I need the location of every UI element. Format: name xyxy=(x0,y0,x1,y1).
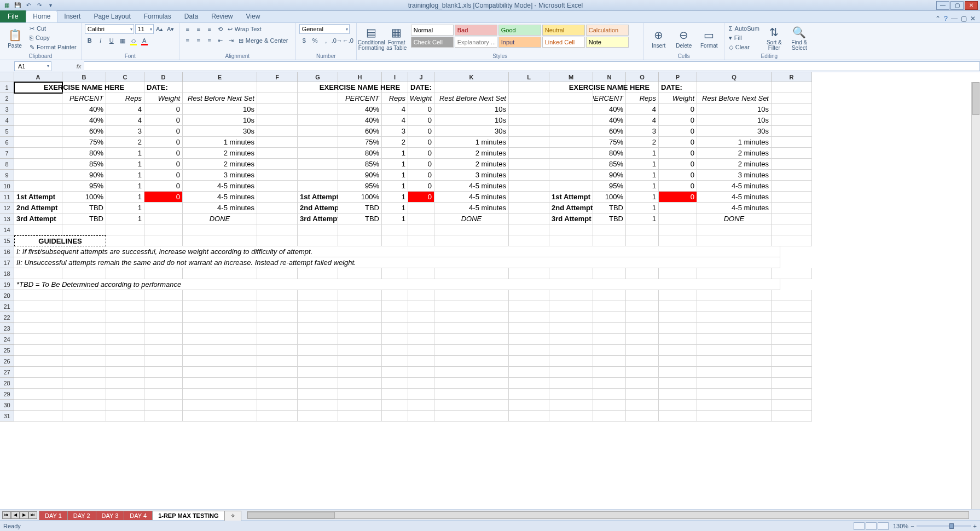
fill-color-button[interactable]: ◇ xyxy=(129,36,138,45)
cell[interactable] xyxy=(626,301,659,312)
column-headers[interactable]: ABCDEFGHIJKLMNOPQR xyxy=(14,72,812,82)
cell[interactable] xyxy=(772,93,812,104)
cell[interactable] xyxy=(144,389,183,400)
cell[interactable]: 0 xyxy=(408,159,434,170)
cell[interactable] xyxy=(772,312,812,323)
cell[interactable]: EXERCISE NAME HERE xyxy=(593,82,626,93)
cell[interactable]: 1 xyxy=(382,203,408,213)
cell[interactable] xyxy=(549,301,593,312)
font-name-combo[interactable]: Calibri xyxy=(85,24,134,34)
cell[interactable] xyxy=(549,389,593,400)
vscroll-thumb[interactable] xyxy=(972,82,979,115)
cell[interactable] xyxy=(659,235,697,246)
select-all-corner[interactable] xyxy=(0,72,14,82)
cell[interactable] xyxy=(659,389,697,400)
cell[interactable] xyxy=(659,411,697,422)
cell[interactable] xyxy=(298,411,338,422)
cell[interactable] xyxy=(509,192,549,203)
cell[interactable]: 0 xyxy=(659,115,697,126)
cell[interactable] xyxy=(382,235,408,246)
tab-formulas[interactable]: Formulas xyxy=(137,10,178,22)
cell[interactable] xyxy=(183,411,257,422)
cell[interactable] xyxy=(338,268,382,279)
cell[interactable] xyxy=(257,137,298,148)
cell[interactable]: DATE: xyxy=(659,82,697,93)
cell[interactable]: 4 xyxy=(106,115,144,126)
tab-file[interactable]: File xyxy=(0,10,26,22)
cell[interactable]: 4 xyxy=(382,104,408,115)
cell[interactable]: 0 xyxy=(408,181,434,192)
cell[interactable] xyxy=(549,290,593,301)
cell[interactable] xyxy=(144,400,183,411)
cell[interactable]: 10s xyxy=(697,104,772,115)
cell[interactable] xyxy=(549,411,593,422)
row-header[interactable]: 22 xyxy=(0,312,14,323)
cell[interactable]: 1st Attempt xyxy=(549,192,593,203)
row-header[interactable]: 3 xyxy=(0,104,14,115)
cell[interactable] xyxy=(509,356,549,367)
cell[interactable] xyxy=(626,367,659,378)
cell[interactable]: 75% xyxy=(593,137,626,148)
cell[interactable] xyxy=(144,378,183,389)
cell[interactable] xyxy=(659,224,697,235)
tab-insert[interactable]: Insert xyxy=(57,10,87,22)
row-header[interactable]: 18 xyxy=(0,268,14,279)
row-header[interactable]: 23 xyxy=(0,323,14,334)
cell[interactable] xyxy=(106,356,144,367)
cell[interactable] xyxy=(626,356,659,367)
cell[interactable] xyxy=(14,301,62,312)
cell[interactable]: 2nd Attempt xyxy=(14,203,62,213)
currency-icon[interactable]: $ xyxy=(299,36,309,45)
cell[interactable]: 2 minutes xyxy=(434,159,509,170)
cell[interactable]: 30s xyxy=(697,126,772,137)
cell[interactable]: 0 xyxy=(659,126,697,137)
row-header[interactable]: 2 xyxy=(0,93,14,104)
spreadsheet-grid[interactable]: ABCDEFGHIJKLMNOPQR 123456789101112131415… xyxy=(0,72,980,509)
shrink-font-icon[interactable]: A▾ xyxy=(166,24,176,34)
zoom-slider[interactable] xyxy=(917,525,971,527)
cell[interactable] xyxy=(408,356,434,367)
cell[interactable] xyxy=(659,290,697,301)
cell[interactable] xyxy=(14,104,62,115)
cell[interactable] xyxy=(14,268,62,279)
col-header[interactable]: F xyxy=(257,72,298,82)
cell[interactable] xyxy=(298,268,338,279)
cell[interactable]: 3 xyxy=(382,126,408,137)
redo-icon[interactable]: ↷ xyxy=(35,1,44,10)
cell[interactable]: 2nd Attempt xyxy=(298,203,338,213)
cell[interactable] xyxy=(593,290,626,301)
cell[interactable] xyxy=(509,148,549,159)
fx-icon[interactable]: fx xyxy=(73,63,84,70)
cell[interactable] xyxy=(62,312,106,323)
cell[interactable] xyxy=(338,323,382,334)
cell[interactable]: 1 xyxy=(106,203,144,213)
cell[interactable] xyxy=(659,334,697,345)
cell[interactable]: 60% xyxy=(593,126,626,137)
cell[interactable]: 2 minutes xyxy=(697,148,772,159)
name-box[interactable]: A1 xyxy=(14,61,51,71)
cell[interactable] xyxy=(14,159,62,170)
cell[interactable]: 0 xyxy=(659,148,697,159)
cell[interactable] xyxy=(298,378,338,389)
cell[interactable] xyxy=(772,389,812,400)
cell[interactable] xyxy=(14,148,62,159)
cell[interactable] xyxy=(382,312,408,323)
cell[interactable] xyxy=(106,268,144,279)
cell[interactable] xyxy=(549,323,593,334)
align-middle-icon[interactable]: ≡ xyxy=(194,24,204,34)
cell[interactable]: 1 xyxy=(106,213,144,224)
cell[interactable] xyxy=(62,301,106,312)
cell[interactable] xyxy=(659,323,697,334)
cell[interactable] xyxy=(106,400,144,411)
cell[interactable] xyxy=(257,159,298,170)
row-header[interactable]: 25 xyxy=(0,345,14,356)
cell[interactable]: 4-5 minutes xyxy=(697,181,772,192)
cell[interactable] xyxy=(298,323,338,334)
cell[interactable] xyxy=(509,104,549,115)
cell[interactable] xyxy=(434,235,509,246)
row-header[interactable]: 9 xyxy=(0,170,14,181)
cut-button[interactable]: ✂Cut xyxy=(28,24,78,33)
cell[interactable]: 1 xyxy=(626,170,659,181)
row-header[interactable]: 4 xyxy=(0,115,14,126)
row-header[interactable]: 10 xyxy=(0,181,14,192)
